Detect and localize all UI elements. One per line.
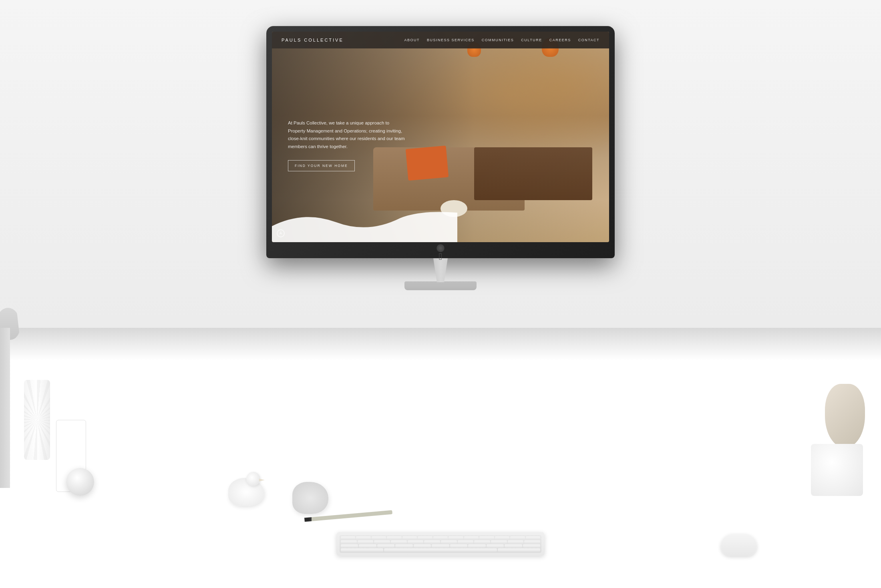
key-row-4 xyxy=(341,548,540,552)
svg-point-0 xyxy=(280,231,281,232)
bird-figurine xyxy=(224,466,268,518)
keyboard[interactable] xyxy=(336,532,545,556)
coffee-mug xyxy=(811,444,863,496)
nav-link-careers[interactable]: CAREERS xyxy=(549,38,571,42)
website-content: PAULS COLLECTIVE ABOUT BUSINESS SERVICES… xyxy=(272,32,609,242)
key-row-2 xyxy=(341,540,540,544)
nav-link-about[interactable]: ABOUT xyxy=(404,38,420,42)
monitor-stand xyxy=(266,258,615,290)
teapot xyxy=(825,384,865,448)
monitor-screen: PAULS COLLECTIVE ABOUT BUSINESS SERVICES… xyxy=(272,32,609,242)
nav-link-business-services[interactable]: BUSINESS SERVICES xyxy=(427,38,475,42)
imac-computer: PAULS COLLECTIVE ABOUT BUSINESS SERVICES… xyxy=(266,26,615,290)
navigation-bar: PAULS COLLECTIVE ABOUT BUSINESS SERVICES… xyxy=(272,32,609,48)
apple-logo:  xyxy=(439,251,443,262)
keyboard-keys xyxy=(340,535,541,553)
nav-link-culture[interactable]: CULTURE xyxy=(521,38,542,42)
hero-tagline: At Pauls Collective, we take a unique ap… xyxy=(288,119,408,151)
reception-desk xyxy=(474,147,592,200)
mouse[interactable] xyxy=(721,534,757,556)
nav-links-container: ABOUT BUSINESS SERVICES COMMUNITIES CULT… xyxy=(404,38,599,42)
nav-link-contact[interactable]: CONTACT xyxy=(578,38,599,42)
stand-base xyxy=(404,281,477,290)
find-home-button[interactable]: FIND YOUR NEW HOME xyxy=(288,160,355,171)
nav-link-communities[interactable]: COMMUNITIES xyxy=(482,38,514,42)
key-row-3 xyxy=(341,544,540,548)
brand-logo: PAULS COLLECTIVE xyxy=(282,38,344,42)
desk-shadow xyxy=(0,328,881,360)
key-row-1 xyxy=(341,536,540,540)
desk-objects xyxy=(0,368,881,588)
hero-content: At Pauls Collective, we take a unique ap… xyxy=(272,48,424,242)
decorative-sphere xyxy=(66,468,94,496)
tall-canister xyxy=(24,380,50,460)
bird-head xyxy=(246,472,260,486)
crumpled-paper xyxy=(292,482,328,514)
bird-beak xyxy=(259,479,265,482)
monitor-bezel: PAULS COLLECTIVE ABOUT BUSINESS SERVICES… xyxy=(266,26,615,258)
